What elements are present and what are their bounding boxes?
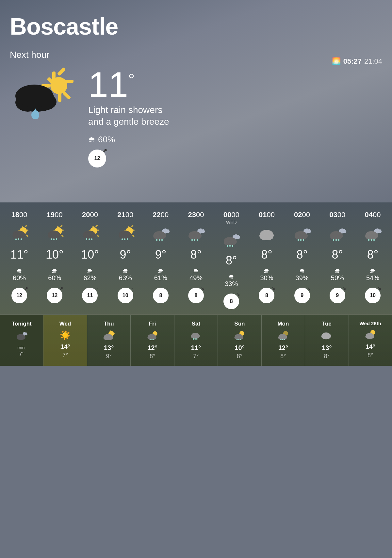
svg-rect-1: [57, 67, 66, 76]
svg-point-27: [15, 238, 17, 240]
day-name: Thu: [104, 321, 114, 327]
hero-section: Boscastle Next hour 🌅 05:27 21:04: [0, 0, 392, 202]
hour-wind-badge: 11 →: [82, 288, 98, 303]
svg-point-73: [124, 238, 125, 240]
day-hi: 10°: [235, 344, 244, 352]
hour-icon: [221, 231, 241, 247]
weather-description: Light rain showers and a gentle breeze: [88, 104, 180, 128]
hour-time: 1900: [47, 211, 63, 219]
day-hi: 14°: [366, 343, 375, 351]
hour-col-2000: 2000 10° 🌧 62% 11 →: [72, 211, 107, 309]
svg-point-58: [89, 238, 90, 240]
hour-temp: 10°: [81, 248, 99, 262]
day-col-thu[interactable]: Thu 13° 9°: [87, 315, 131, 366]
daily-section: Tonight min. 7° Wed ☀️ 14° 7° Thu 13° 9°…: [0, 314, 392, 366]
hour-rain: 🌧 33%: [225, 273, 238, 288]
svg-rect-62: [131, 225, 133, 227]
svg-rect-48: [96, 230, 99, 231]
day-icon: [146, 330, 159, 342]
day-col-tonight[interactable]: Tonight min. 7°: [0, 315, 43, 366]
hour-wind-badge: 8 ↘: [223, 294, 239, 309]
svg-point-44: [56, 238, 57, 240]
day-col-fri[interactable]: Fri 12° 8°: [131, 315, 174, 366]
hour-temp: 8°: [226, 254, 237, 267]
day-name: Tue: [322, 321, 332, 327]
svg-point-119: [371, 239, 372, 241]
svg-rect-32: [60, 225, 63, 227]
day-col-wed26[interactable]: Wed 26th 14° 8°: [349, 315, 392, 366]
day-icon: [233, 330, 246, 342]
day-min-label: min.: [17, 345, 26, 350]
sunrise-bar: 🌅 05:27 21:04: [332, 57, 382, 66]
hour-icon: [151, 225, 171, 241]
svg-point-26: [13, 234, 24, 239]
day-name: Sun: [234, 321, 245, 327]
day-hi: 12°: [278, 344, 288, 352]
hourly-scroll[interactable]: 1800 11° 🌧 60% 12 ↗ 1900 10° 🌧 60%: [0, 202, 392, 314]
hour-icon: [116, 225, 135, 241]
day-col-sun[interactable]: Sun 10° 8°: [218, 315, 261, 366]
day-col-tue[interactable]: Tue 13° 8°: [305, 315, 349, 366]
svg-point-59: [91, 238, 92, 240]
hour-rain: 🌧 39%: [296, 267, 309, 282]
svg-rect-19: [26, 234, 28, 237]
svg-rect-63: [132, 230, 135, 231]
svg-point-13: [15, 85, 53, 107]
hour-time: 2200: [153, 211, 169, 219]
hour-time: 1800: [11, 211, 27, 219]
day-col-wed[interactable]: Wed ☀️ 14° 7°: [43, 315, 87, 366]
hour-temp: 11°: [10, 248, 28, 262]
svg-point-57: [86, 238, 87, 240]
svg-point-85: [189, 234, 201, 240]
hour-wind-badge: 10 ↘: [365, 288, 381, 303]
hour-col-2100: 2100 9° 🌧 63% 10 →: [108, 211, 143, 309]
svg-point-110: [330, 234, 342, 240]
day-lo: 9°: [106, 353, 111, 360]
hour-time: 0300: [329, 211, 345, 219]
hour-temp: 9°: [120, 248, 131, 262]
current-weather-row: 11° Light rain showers and a gentle bree…: [10, 67, 382, 167]
hourly-section: 1800 11° 🌧 60% 12 ↗ 1900 10° 🌧 60%: [0, 202, 392, 314]
hour-col-2300: 2300 8° 🌧 49% 8 ↘: [178, 211, 214, 309]
day-lo: 7°: [193, 353, 199, 360]
svg-point-120: [373, 239, 375, 241]
svg-point-81: [161, 239, 163, 241]
day-lo: 7°: [62, 352, 68, 359]
day-col-sat[interactable]: Sat 11° 7°: [174, 315, 218, 366]
day-hi: 13°: [322, 344, 332, 352]
day-hi: 13°: [104, 344, 114, 352]
hour-icon: [45, 225, 64, 241]
svg-point-79: [156, 239, 157, 241]
hour-time: 2300: [188, 211, 204, 219]
day-lo: 8°: [150, 353, 155, 360]
svg-point-117: [366, 234, 377, 240]
hour-temp: 8°: [332, 248, 343, 262]
hour-temp: 8°: [296, 248, 307, 262]
svg-point-95: [232, 245, 233, 247]
hour-rain: 🌧 49%: [189, 267, 203, 282]
day-lo: 7°: [19, 350, 24, 358]
hour-wind-badge: 12 ↗: [11, 288, 27, 303]
day-name: Sat: [192, 321, 200, 327]
svg-point-148: [196, 338, 198, 340]
hour-icon: [80, 225, 100, 241]
hour-col-0400: 0400 8° 🌧 54% 10 ↘: [355, 211, 390, 309]
svg-point-124: [17, 336, 25, 340]
day-name: Fri: [149, 321, 156, 327]
sunrise-icon: 🌅: [332, 57, 341, 66]
wind-arrow-icon: ↗: [103, 148, 107, 153]
svg-point-56: [83, 234, 95, 239]
svg-point-80: [159, 239, 160, 241]
temp-desc-col: 11° Light rain showers and a gentle bree…: [88, 67, 180, 167]
hour-rain: 🌧 30%: [260, 267, 273, 282]
svg-point-92: [224, 240, 236, 246]
hour-icon: [328, 225, 347, 241]
hour-time: 0100: [259, 211, 275, 219]
current-weather-icon: [10, 67, 75, 119]
day-col-mon[interactable]: Mon 12° 8°: [262, 315, 305, 366]
hour-time: 0200: [294, 211, 310, 219]
svg-point-104: [298, 239, 299, 241]
cloud-sun-rain-svg: [10, 67, 75, 119]
hour-icon: [363, 225, 383, 241]
hour-icon: [257, 225, 276, 241]
